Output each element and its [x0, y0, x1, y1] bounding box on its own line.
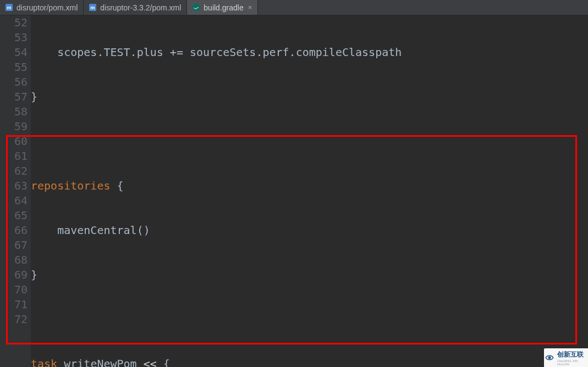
tab-label: disruptor/pom.xml: [17, 3, 78, 12]
code-content[interactable]: scopes.TEST.plus += sourceSets.perf.comp…: [31, 15, 588, 367]
svg-point-5: [548, 357, 551, 359]
line-number: 71: [0, 297, 28, 312]
gradle-file-icon: [191, 3, 200, 12]
code-line: scopes.TEST.plus += sourceSets.perf.comp…: [31, 45, 588, 60]
code-line: }: [31, 90, 588, 104]
code-line: [31, 134, 588, 149]
code-line: task writeNewPom << {: [31, 357, 588, 367]
tab-bar: m disruptor/pom.xml m disruptor-3.3.2/po…: [0, 0, 588, 15]
watermark-text: 创新互联: [557, 351, 584, 358]
code-line: mavenCentral(): [31, 223, 588, 238]
line-number: 66: [0, 223, 28, 238]
line-number-gutter: 52 53 54 55 56 57 58 59 60 61 62 63 64 6…: [0, 15, 31, 367]
svg-point-4: [193, 4, 200, 11]
tab-label: build.gradle: [204, 3, 243, 12]
line-number: 62: [0, 164, 28, 179]
watermark-subtext: CHUANG XIN HULIAN: [557, 359, 588, 366]
code-editor[interactable]: 52 53 54 55 56 57 58 59 60 61 62 63 64 6…: [0, 15, 588, 367]
maven-file-icon: m: [88, 3, 97, 12]
line-number: 59: [0, 119, 28, 134]
line-number: 65: [0, 208, 28, 223]
maven-file-icon: m: [4, 3, 13, 12]
code-line: }: [31, 268, 588, 282]
tab-disruptor-pom[interactable]: m disruptor/pom.xml: [0, 0, 84, 15]
code-line: repositories {: [31, 179, 588, 193]
tab-disruptor-332-pom[interactable]: m disruptor-3.3.2/pom.xml: [84, 0, 187, 15]
line-number: 68: [0, 253, 28, 268]
close-icon[interactable]: ×: [248, 4, 252, 11]
line-number: 69: [0, 268, 28, 282]
code-line: [31, 312, 588, 327]
line-number: 61: [0, 149, 28, 164]
line-number: 72: [0, 312, 28, 327]
svg-text:m: m: [7, 5, 11, 10]
line-number: 52: [0, 15, 28, 30]
line-number: 58: [0, 104, 28, 119]
line-number: 57: [0, 90, 28, 104]
line-number: 70: [0, 282, 28, 297]
line-number: 53: [0, 30, 28, 45]
line-number: 54: [0, 45, 28, 60]
tab-label: disruptor-3.3.2/pom.xml: [100, 3, 181, 12]
tab-build-gradle[interactable]: build.gradle ×: [187, 0, 258, 15]
watermark-logo: 创新互联 CHUANG XIN HULIAN: [544, 348, 588, 367]
svg-text:m: m: [90, 5, 95, 10]
line-number: 60: [0, 134, 28, 149]
line-number: 55: [0, 60, 28, 75]
line-number: 63: [0, 179, 28, 193]
line-number: 56: [0, 75, 28, 90]
line-number: 67: [0, 238, 28, 253]
line-number: 64: [0, 193, 28, 208]
